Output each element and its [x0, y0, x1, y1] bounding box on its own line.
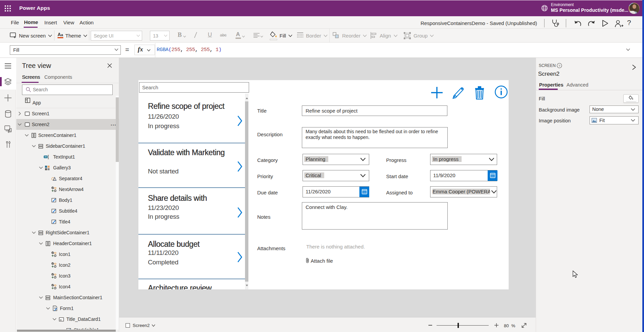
svg-text:?: ?: [558, 64, 560, 68]
